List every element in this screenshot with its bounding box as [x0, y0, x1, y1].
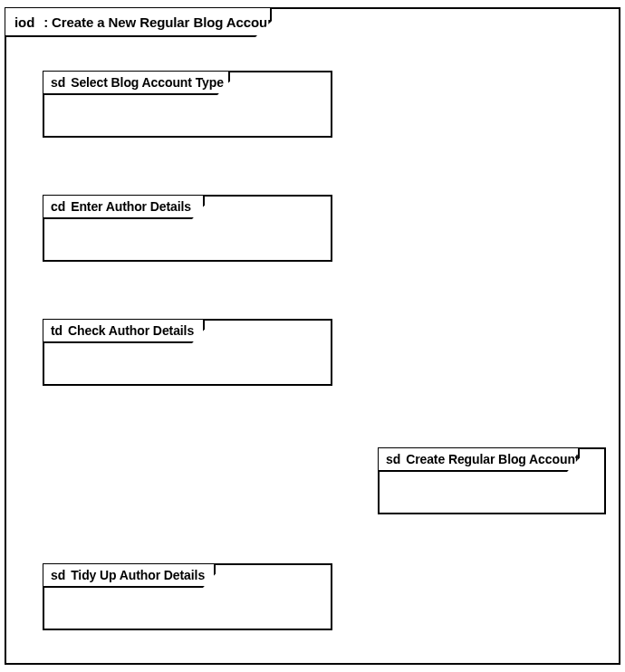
- iod-sep: :: [43, 14, 48, 30]
- frame-tidy-up-author-details: sd Tidy Up Author Details: [43, 563, 332, 630]
- iod-frame-tab: iod : Create a New Regular Blog Account: [5, 8, 272, 37]
- frame-tab: cd Enter Author Details: [43, 196, 205, 219]
- frame-select-blog-account-type: sd Select Blog Account Type: [43, 71, 332, 138]
- frame-prefix: td: [51, 323, 62, 338]
- frame-title: Check Author Details: [68, 323, 194, 338]
- frame-tab: sd Select Blog Account Type: [43, 72, 230, 95]
- frame-enter-author-details: cd Enter Author Details: [43, 195, 332, 262]
- diagram-canvas: iod : Create a New Regular Blog Account …: [0, 0, 625, 672]
- frame-title: Enter Author Details: [71, 199, 191, 214]
- frame-create-regular-blog-account: sd Create Regular Blog Account: [378, 447, 606, 514]
- frame-prefix: sd: [386, 452, 400, 466]
- frame-prefix: sd: [51, 568, 65, 582]
- iod-title: Create a New Regular Blog Account: [52, 14, 280, 30]
- frame-title: Tidy Up Author Details: [71, 568, 205, 582]
- frame-tab: sd Tidy Up Author Details: [43, 564, 216, 588]
- frame-title: Create Regular Blog Account: [406, 452, 579, 466]
- frame-prefix: cd: [51, 199, 65, 214]
- iod-prefix: iod: [14, 14, 34, 30]
- frame-title: Select Blog Account Type: [71, 75, 224, 90]
- frame-tab: td Check Author Details: [43, 320, 205, 343]
- frame-tab: sd Create Regular Blog Account: [379, 448, 580, 472]
- frame-check-author-details: td Check Author Details: [43, 319, 332, 386]
- frame-prefix: sd: [51, 75, 65, 90]
